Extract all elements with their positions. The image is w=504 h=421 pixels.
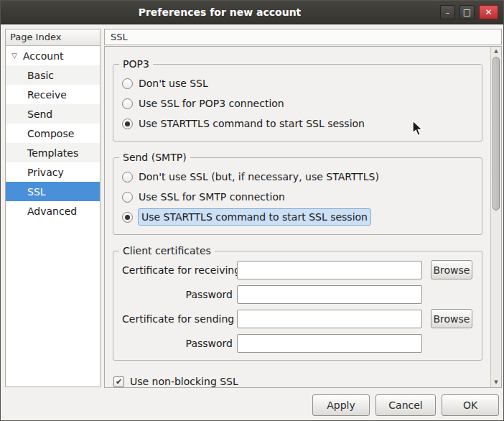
tree-item-label: Receive [27,89,67,101]
scrollbar-thumb[interactable] [493,57,500,210]
page-index-header[interactable]: Page Index [6,29,100,46]
maximize-button[interactable]: □ [459,5,475,19]
radio-pop3-no-ssl[interactable]: Don't use SSL [122,73,473,93]
expander-icon[interactable]: ▽ [6,52,23,60]
sidebar-item-compose[interactable]: Compose [6,124,100,143]
sidebar-item-templates[interactable]: Templates [6,143,100,162]
close-icon: ✕ [485,8,492,17]
maximize-icon: □ [463,8,471,17]
checkbox-icon[interactable]: ✔ [113,376,124,387]
radio-smtp-starttls[interactable]: Use STARTTLS command to start SSL sessio… [122,207,473,227]
minimize-button[interactable]: – [440,5,455,19]
preferences-dialog: Preferences for new account – □ ✕ Page I… [0,0,504,421]
radio-label: Don't use SSL (but, if necessary, use ST… [139,171,379,182]
radio-icon[interactable] [122,98,133,109]
tree-item-label: Compose [27,128,74,139]
minimize-icon: – [446,9,450,17]
certificate-receiving-input[interactable] [237,261,422,279]
sidebar-item-receive[interactable]: Receive [6,85,100,104]
client-certificates-group: Client certificates Certificate for rece… [113,251,482,361]
password-sending-label: Password [122,338,237,349]
tree-item-label: Basic [27,70,54,81]
sidebar-item-privacy[interactable]: Privacy [6,162,100,182]
radio-pop3-starttls[interactable]: Use STARTTLS command to start SSL sessio… [122,114,473,134]
radio-smtp-no-ssl[interactable]: Don't use SSL (but, if necessary, use ST… [122,167,473,187]
certificate-receiving-row: Certificate for receiving Browse [122,260,473,279]
password-receiving-input[interactable] [237,285,422,304]
scroll-down-icon[interactable]: ▼ [491,378,501,387]
apply-button[interactable]: Apply [312,394,370,416]
sidebar-item-basic[interactable]: Basic [6,65,100,85]
tree-item-label: Privacy [27,167,64,178]
close-button[interactable]: ✕ [479,5,498,19]
certificate-sending-input[interactable] [237,310,422,328]
certificate-receiving-label: Certificate for receiving [122,264,237,276]
radio-label: Use STARTTLS command to start SSL sessio… [139,209,370,225]
vertical-scrollbar[interactable]: ▲ ▼ [490,47,501,387]
page-index-panel: Page Index ▽ Account Basic Receive Send … [5,29,101,387]
tree-item-label: Advanced [27,205,77,217]
password-sending-input[interactable] [237,334,422,353]
checkbox-label: Use non-blocking SSL [130,376,238,387]
pop3-group-title: POP3 [119,57,153,71]
sidebar-item-ssl[interactable]: SSL [6,182,100,201]
settings-content: POP3 Don't use SSL Use SSL for POP3 conn… [105,47,490,387]
settings-scroll-area: POP3 Don't use SSL Use SSL for POP3 conn… [104,46,502,388]
password-sending-row: Password [122,333,473,353]
radio-icon[interactable] [122,192,133,203]
radio-label: Use SSL for POP3 connection [139,98,284,109]
tree-item-label: Account [23,50,64,62]
page-title: SSL [104,29,502,45]
page-index-tree: ▽ Account Basic Receive Send Compose Tem… [6,46,100,221]
sidebar-item-advanced[interactable]: Advanced [6,201,100,221]
browse-receiving-button[interactable]: Browse [431,260,472,279]
ok-button[interactable]: OK [442,394,499,416]
client-certificates-title: Client certificates [119,244,215,258]
sidebar-item-account[interactable]: ▽ Account [6,46,100,65]
radio-label: Don't use SSL [139,78,208,89]
sidebar-item-send[interactable]: Send [6,104,100,124]
non-blocking-ssl-option[interactable]: ✔ Use non-blocking SSL [113,374,482,387]
radio-icon[interactable] [122,119,133,129]
check-icon: ✔ [116,378,122,386]
radio-icon[interactable] [122,78,133,89]
pop3-group: POP3 Don't use SSL Use SSL for POP3 conn… [113,64,482,142]
radio-label: Use STARTTLS command to start SSL sessio… [139,118,365,129]
password-receiving-row: Password [122,284,473,304]
certificate-sending-label: Certificate for sending [122,313,237,325]
password-receiving-label: Password [122,289,237,300]
smtp-group-title: Send (SMTP) [119,151,190,165]
radio-label: Use SSL for SMTP connection [139,191,285,203]
radio-smtp-use-ssl[interactable]: Use SSL for SMTP connection [122,187,473,207]
smtp-group: Send (SMTP) Don't use SSL (but, if neces… [113,157,482,235]
window-controls: – □ ✕ [436,5,503,19]
window-title: Preferences for new account [1,6,436,18]
tree-item-label: SSL [27,186,46,198]
radio-icon[interactable] [122,212,133,223]
titlebar[interactable]: Preferences for new account – □ ✕ [1,1,503,24]
radio-icon[interactable] [122,172,133,182]
browse-sending-button[interactable]: Browse [431,309,472,328]
radio-pop3-use-ssl[interactable]: Use SSL for POP3 connection [122,93,473,114]
cancel-button[interactable]: Cancel [375,394,436,416]
tree-item-label: Templates [27,147,78,159]
scroll-up-icon[interactable]: ▲ [491,47,501,56]
tree-item-label: Send [27,108,52,120]
certificate-sending-row: Certificate for sending Browse [122,309,473,328]
